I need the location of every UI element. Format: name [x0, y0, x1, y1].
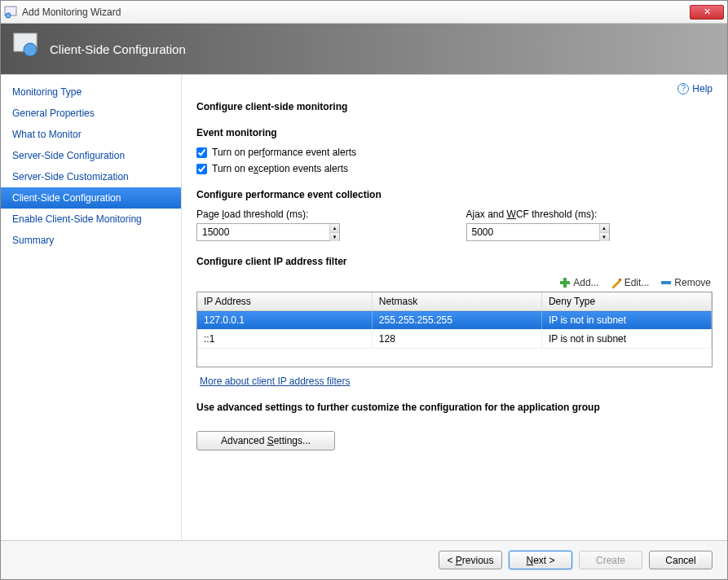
pageload-col: Page load threshold (ms): ▲▼ [196, 209, 443, 241]
table-row[interactable]: ::1 128 IP is not in subnet [197, 330, 712, 349]
nav-monitoring-type[interactable]: Monitoring Type [1, 81, 181, 103]
grid-header-row: IP Address Netmask Deny Type [197, 292, 712, 311]
checkbox-exception-alerts-label: Turn on exception events alerts [212, 163, 348, 174]
window-title: Add Monitoring Wizard [22, 7, 690, 18]
content-pane: ? Help Configure client-side monitoring … [182, 75, 727, 540]
svg-marker-6 [612, 280, 620, 288]
checkbox-performance-alerts-label: Turn on performance event alerts [212, 147, 356, 158]
nav-server-side-customization[interactable]: Server-Side Customization [1, 166, 181, 187]
previous-button[interactable]: < Previous [439, 551, 502, 569]
next-button[interactable]: Next > [509, 551, 572, 569]
col-deny[interactable]: Deny Type [541, 292, 711, 311]
nav-general-properties[interactable]: General Properties [1, 103, 181, 124]
checkbox-performance-alerts-input[interactable] [196, 147, 207, 158]
chevron-down-icon[interactable]: ▼ [330, 233, 339, 241]
pageload-input[interactable] [197, 224, 329, 240]
banner-title: Client-Side Configuration [50, 42, 186, 56]
ajax-spin-buttons[interactable]: ▲▼ [599, 224, 609, 240]
chevron-up-icon[interactable]: ▲ [330, 224, 339, 233]
cell-deny: IP is not in subnet [541, 311, 711, 330]
chevron-up-icon[interactable]: ▲ [600, 224, 609, 233]
pencil-icon [611, 277, 622, 288]
nav-summary[interactable]: Summary [1, 230, 181, 251]
ajax-col: Ajax and WCF threshold (ms): ▲▼ [466, 209, 713, 241]
wizard-footer: < Previous Next > Create Cancel [1, 540, 727, 579]
svg-point-3 [24, 43, 37, 56]
cell-deny: IP is not in subnet [541, 330, 711, 349]
chevron-down-icon[interactable]: ▼ [600, 233, 609, 241]
ip-filter-toolbar: Add... Edit... Remove [196, 275, 713, 290]
help-label: Help [692, 83, 713, 94]
wizard-banner: Client-Side Configuration [1, 24, 727, 74]
titlebar: Add Monitoring Wizard ✕ [1, 1, 727, 24]
app-icon [4, 6, 17, 19]
heading-event-monitoring: Event monitoring [196, 127, 713, 138]
cell-ip: 127.0.0.1 [197, 311, 372, 330]
svg-rect-8 [661, 281, 671, 284]
checkbox-performance-alerts[interactable]: Turn on performance event alerts [196, 147, 713, 158]
ajax-input[interactable] [467, 224, 599, 240]
cancel-button[interactable]: Cancel [649, 551, 713, 569]
checkbox-exception-alerts[interactable]: Turn on exception events alerts [196, 163, 713, 174]
more-about-filters-link[interactable]: More about client IP address filters [200, 376, 351, 387]
ip-filter-grid[interactable]: IP Address Netmask Deny Type 127.0.0.1 2… [196, 292, 713, 367]
nav-client-side-configuration[interactable]: Client-Side Configuration [1, 187, 181, 209]
wizard-steps-sidebar: Monitoring Type General Properties What … [1, 75, 182, 540]
col-ip[interactable]: IP Address [197, 292, 372, 311]
ajax-label: Ajax and WCF threshold (ms): [466, 209, 713, 220]
col-netmask[interactable]: Netmask [372, 292, 541, 311]
help-icon: ? [677, 83, 689, 94]
svg-rect-7 [619, 279, 621, 281]
window-close-button[interactable]: ✕ [690, 5, 724, 20]
create-button: Create [579, 551, 642, 569]
advanced-settings-button[interactable]: Advanced Settings... [196, 431, 335, 450]
cell-ip: ::1 [197, 330, 372, 349]
main-area: Monitoring Type General Properties What … [1, 74, 727, 540]
threshold-row: Page load threshold (ms): ▲▼ Ajax and WC… [196, 209, 713, 241]
heading-advanced: Use advanced settings to further customi… [196, 402, 713, 413]
svg-point-1 [6, 13, 11, 18]
ajax-spinner[interactable]: ▲▼ [466, 223, 610, 241]
remove-button[interactable]: Remove [659, 275, 713, 290]
table-row[interactable]: 127.0.0.1 255.255.255.255 IP is not in s… [197, 311, 712, 330]
cell-mask: 128 [372, 330, 541, 349]
help-link[interactable]: ? Help [677, 83, 713, 94]
minus-icon [660, 277, 672, 288]
nav-what-to-monitor[interactable]: What to Monitor [1, 124, 181, 145]
checkbox-exception-alerts-input[interactable] [196, 164, 207, 174]
cell-mask: 255.255.255.255 [372, 311, 541, 330]
add-button[interactable]: Add... [558, 275, 600, 290]
heading-ip-filter: Configure client IP address filter [196, 256, 713, 267]
heading-configure-client: Configure client-side monitoring [196, 101, 713, 112]
plus-icon [559, 277, 571, 288]
grid-spacer [197, 349, 712, 367]
nav-enable-client-side-monitoring[interactable]: Enable Client-Side Monitoring [1, 209, 181, 230]
edit-button[interactable]: Edit... [609, 275, 651, 290]
nav-server-side-configuration[interactable]: Server-Side Configuration [1, 145, 181, 166]
pageload-label: Page load threshold (ms): [196, 209, 443, 220]
banner-icon [12, 32, 42, 61]
svg-rect-5 [560, 281, 570, 284]
heading-performance-collection: Configure performance event collection [196, 189, 713, 200]
pageload-spin-buttons[interactable]: ▲▼ [329, 224, 339, 240]
pageload-spinner[interactable]: ▲▼ [196, 223, 340, 241]
